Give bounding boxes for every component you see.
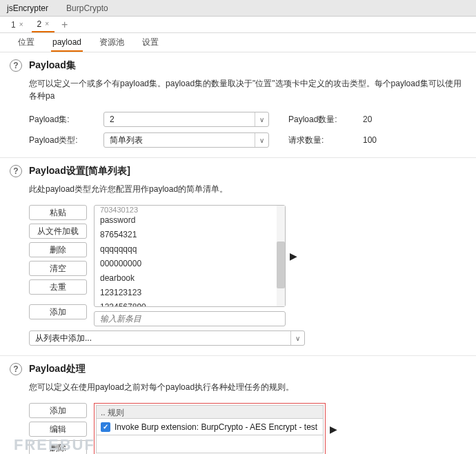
add-button[interactable]: 添加: [29, 304, 87, 319]
expand-arrow-icon[interactable]: ▶: [326, 403, 341, 454]
add-item-input[interactable]: [94, 311, 286, 326]
list-item[interactable]: 87654321: [95, 228, 277, 242]
attack-tab-2[interactable]: 2×: [32, 17, 55, 32]
config-tabs: 位置 payload 资源池 设置: [0, 33, 476, 52]
request-count-value: 100: [363, 135, 404, 145]
list-item[interactable]: qqqqqqqq: [95, 242, 277, 257]
clear-button[interactable]: 清空: [29, 261, 87, 276]
help-icon[interactable]: ?: [10, 363, 22, 375]
load-button[interactable]: 从文件加载: [29, 224, 87, 239]
add-from-list-select[interactable]: 从列表中添加... ∨: [29, 330, 305, 346]
tab-positions[interactable]: 位置: [17, 33, 36, 52]
label-payload-set: Payload集:: [29, 114, 91, 126]
rules-header: .. 规则: [96, 405, 324, 419]
payload-processing-section: FREEBUF ? Payload处理 您可以定义在使用payload之前对每个…: [0, 356, 476, 454]
list-item[interactable]: 123123123: [95, 286, 277, 300]
rules-list: .. 规则 ✓ Invoke Burp extension: BurpCrypt…: [94, 403, 326, 454]
extension-tabs: jsEncrypter BurpCrypto: [0, 0, 476, 17]
add-rule-button[interactable]: 添加: [29, 403, 87, 418]
section-title: Payload设置[简单列表]: [29, 165, 130, 177]
label-payload-type: Payload类型:: [29, 135, 91, 146]
close-icon[interactable]: ×: [19, 21, 23, 28]
list-item[interactable]: dearbook: [95, 271, 277, 286]
payload-list[interactable]: 703430123 password 87654321 qqqqqqqq 000…: [94, 205, 286, 307]
chevron-down-icon: ∨: [255, 112, 264, 126]
section-desc: 您可以定义在使用payload之前对每个payload执行各种处理任务的规则。: [29, 381, 466, 393]
payload-set-section: ? Payload集 您可以定义一个或多个有payload集。payload集的…: [0, 52, 476, 158]
list-item[interactable]: password: [95, 213, 277, 228]
list-item[interactable]: 1234567890: [95, 300, 277, 306]
dedup-button[interactable]: 去重: [29, 279, 87, 295]
tab-settings[interactable]: 设置: [141, 33, 160, 52]
edit-rule-button[interactable]: 编辑: [29, 422, 87, 437]
section-title: Payload处理: [29, 363, 86, 375]
section-desc: 您可以定义一个或多个有payload集。payload集的数量取决于"位置"选项…: [29, 77, 466, 102]
expand-arrow-icon[interactable]: ▶: [286, 205, 301, 307]
tab-pool[interactable]: 资源池: [98, 33, 126, 52]
payload-count-value: 20: [363, 115, 404, 124]
checkbox-checked-icon[interactable]: ✓: [101, 422, 110, 432]
tab-jsencrypter[interactable]: jsEncrypter: [4, 1, 51, 15]
scroll-thumb[interactable]: [277, 241, 285, 288]
chevron-down-icon: ∨: [290, 331, 300, 345]
rule-text: Invoke Burp extension: BurpCrypto - AES …: [115, 422, 317, 432]
list-item[interactable]: 000000000: [95, 257, 277, 271]
help-icon[interactable]: ?: [10, 165, 22, 177]
payload-settings-section: ? Payload设置[简单列表] 此处payload类型允许您配置用作payl…: [0, 158, 476, 356]
chevron-down-icon: ∨: [255, 133, 264, 147]
tab-payload[interactable]: payload: [51, 34, 83, 52]
paste-button[interactable]: 粘贴: [29, 205, 87, 220]
label-request-count: 请求数量:: [288, 135, 350, 146]
list-item[interactable]: 703430123: [95, 206, 277, 213]
remove-rule-button[interactable]: 删除: [29, 440, 87, 454]
label-payload-count: Payload数量:: [288, 114, 350, 126]
remove-button[interactable]: 删除: [29, 242, 87, 257]
add-tab-button[interactable]: +: [57, 19, 72, 31]
section-title: Payload集: [29, 59, 76, 72]
payload-type-select[interactable]: 简单列表 ∨: [103, 132, 269, 148]
help-icon[interactable]: ?: [10, 59, 22, 72]
rule-row[interactable]: ✓ Invoke Burp extension: BurpCrypto - AE…: [96, 419, 324, 435]
payload-set-select[interactable]: 2 ∨: [103, 112, 269, 127]
attack-tab-1[interactable]: 1×: [6, 18, 29, 32]
section-desc: 此处payload类型允许您配置用作payload的简单清单。: [29, 183, 466, 195]
scrollbar[interactable]: [277, 206, 285, 306]
tab-burpcrypto[interactable]: BurpCrypto: [63, 1, 111, 15]
attack-tabs: 1× 2× +: [0, 17, 476, 33]
close-icon[interactable]: ×: [45, 20, 49, 28]
